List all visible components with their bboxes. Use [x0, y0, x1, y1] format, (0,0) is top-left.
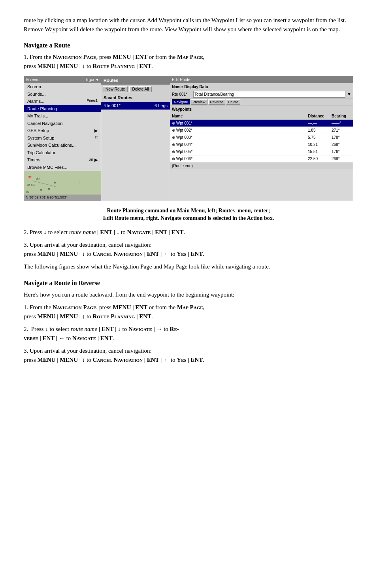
menu-item-trip-calc[interactable]: Trip Calculator...: [24, 149, 101, 157]
step1-route-planning: Route Planning: [93, 63, 135, 69]
rev-step1-nav-page: Navigation Page: [53, 304, 96, 310]
reverse-button[interactable]: Reverse: [208, 99, 226, 105]
menu-item-alarms[interactable]: Alarms...Pines1: [24, 98, 101, 105]
rte-row: Rte 001* Total Distance/Bearing ▼: [170, 91, 353, 98]
step3-block: 3. Upon arrival at your destination, can…: [24, 240, 353, 258]
dropdown-arrow: ▼: [347, 91, 351, 98]
rev-step1-menu-menu: MENU | MENU | ↓: [38, 313, 85, 320]
menu-item-cancel-nav[interactable]: Cancel Navigation: [24, 120, 101, 127]
menu-item-screen[interactable]: Screen...: [24, 83, 101, 91]
wpt-006-name: ⊕ Wpt 006*: [172, 156, 308, 162]
rev-step3-cancel: Cancel Navigation: [93, 357, 143, 363]
coords-bar: N 36°09.731' li 95°51.503': [24, 195, 101, 201]
wpt-004-bear: 268°: [332, 142, 351, 147]
route-legs: 6 Legs: [155, 102, 168, 109]
step3-yes: Yes: [177, 251, 186, 257]
svg-rect-0: [24, 171, 101, 195]
menu-item-my-trails[interactable]: My Trails...: [24, 112, 101, 120]
edit-route-panel: Edit Route Name Display Data Rte 001* To…: [170, 76, 353, 201]
main-menu-list: Screen... Sounds... Alarms...Pines1 Rout…: [24, 83, 101, 171]
svg-text:db: db: [36, 177, 40, 180]
navigate-button[interactable]: Navigate: [172, 99, 190, 105]
waypoints-header: Name Distance Bearing: [170, 113, 353, 120]
wpt-006-bear: 268°: [332, 156, 351, 162]
wpt-row-004[interactable]: ⊕ Wpt 004* 10.21 268°: [170, 141, 353, 148]
step1-map-page: Map Page: [177, 54, 203, 60]
wpt-005-name: ⊕ Wpt 005*: [172, 149, 308, 155]
wpt-001-dist: —.—: [308, 120, 332, 126]
svg-text:⊕: ⊕: [40, 188, 42, 191]
wpt-row-002[interactable]: ⊕ Wpt 002* 1.85 271°: [170, 127, 353, 134]
step2-ent: ENT: [100, 229, 112, 235]
step1-text: 1. From the Navigation Page, press MENU …: [24, 54, 204, 69]
step1-menu-menu: MENU | MENU | ↓: [38, 63, 85, 69]
wpt-003-bear: 178°: [332, 134, 351, 140]
map-svg: 🚩 db 34⊂St ⊕ ⊕ ⊕ db .: [24, 171, 101, 195]
delete-button[interactable]: Delete: [226, 99, 240, 105]
wpt-002-dist: 1.85: [308, 127, 332, 133]
step3-ent-left: | ENT | ←: [144, 251, 169, 257]
preview-button[interactable]: Preview: [191, 99, 207, 105]
menu-item-gps-setup[interactable]: GPS Setup▶: [24, 127, 101, 134]
step2-pipe2: |: [114, 229, 115, 235]
rev-step2-block: 2. Press ↓ to select route name | ENT | …: [24, 325, 353, 342]
rev-step1-route-planning: Route Planning: [93, 313, 135, 320]
step2-block: 2. Press ↓ to select route name | ENT | …: [24, 228, 353, 237]
routes-buttons: New Route Delete All: [101, 85, 170, 94]
menu-item-browse-mmc[interactable]: Browse MMC Files...: [24, 164, 101, 171]
wpt-002-bear: 271°: [332, 127, 351, 133]
main-menu-title: Screen... Trgcr ▼: [24, 76, 101, 83]
step1-block: 1. From the Navigation Page, press MENU …: [24, 53, 353, 70]
wpt-005-bear: 176°: [332, 149, 351, 155]
step1-menu-ent: MENU | ENT: [113, 54, 147, 60]
total-distance-dropdown[interactable]: Total Distance/Bearing: [193, 91, 345, 98]
wpt-004-name: ⊕ Wpt 004*: [172, 142, 308, 147]
menu-item-system-setup[interactable]: System Setupst: [24, 134, 101, 142]
wpt-row-003[interactable]: ⊕ Wpt 003* 5.75 178°: [170, 134, 353, 141]
wpt-row-005[interactable]: ⊕ Wpt 005* 15.51 176°: [170, 148, 353, 155]
rev-step1-map-page: Map Page: [177, 304, 203, 310]
svg-text:.: .: [79, 180, 80, 183]
reverse-intro: Here's how you run a route backward, fro…: [24, 290, 353, 299]
main-menu-panel: Screen... Trgcr ▼ Screen... Sounds... Al…: [24, 76, 101, 201]
routes-panel-title: Routes: [101, 76, 170, 85]
rev-step1-menu-ent: MENU | ENT: [113, 304, 147, 310]
rev-step3-ent-left: | ENT | ←: [144, 357, 169, 363]
rev-step1-block: 1. From the Navigation Page, press MENU …: [24, 303, 353, 321]
rev-step1-text: 1. From the Navigation Page, press MENU …: [24, 304, 204, 320]
wpt-row-001[interactable]: ⊕ Wpt 001* —.— ——°: [170, 120, 353, 127]
col-dist-header: Distance: [308, 113, 332, 119]
wpt-004-dist: 10.21: [308, 142, 332, 147]
menu-item-timers[interactable]: Timers2ti▶: [24, 156, 101, 164]
wpt-002-name: ⊕ Wpt 002*: [172, 127, 308, 133]
edit-route-header: Edit Route: [170, 76, 353, 83]
screenshot-panel: Screen... Trgcr ▼ Screen... Sounds... Al…: [24, 76, 353, 201]
new-route-button[interactable]: New Route: [103, 86, 128, 92]
step2-route-name: route name: [69, 229, 96, 235]
menu-item-sounds[interactable]: Sounds...: [24, 91, 101, 98]
waypoints-label: Waypoints: [170, 106, 353, 113]
rev-step3-ent2: | ENT: [188, 357, 203, 363]
rev-step3-block: 3. Upon arrival at your destination, can…: [24, 346, 353, 364]
step2-ent2: | ENT | ENT: [152, 229, 183, 235]
menu-item-route-planning[interactable]: Route Planning...: [24, 105, 101, 113]
edit-route-name-row: Name Display Data: [170, 83, 353, 91]
step3-cancel: Cancel Navigation: [93, 251, 143, 257]
route-item-001[interactable]: Rte 001* 6 Legs: [101, 102, 170, 110]
rev-step1-ent: | ENT: [136, 313, 151, 320]
svg-text:🚩: 🚩: [28, 176, 32, 180]
delete-all-button[interactable]: Delete All: [129, 86, 151, 92]
rev-step3-yes: Yes: [177, 357, 186, 363]
col-name-header: Name: [172, 113, 308, 119]
wpt-row-006[interactable]: ⊕ Wpt 006* 22.50 268°: [170, 155, 353, 163]
step3-ent2: | ENT: [188, 251, 203, 257]
menu-item-sun-moon[interactable]: Sun/Moon Calculations...: [24, 142, 101, 149]
rev-step2-route-name: route name: [71, 326, 97, 332]
wpt-003-dist: 5.75: [308, 134, 332, 140]
step1-nav-page: Navigation Page: [53, 54, 96, 60]
wpt-006-dist: 22.50: [308, 156, 332, 162]
step2-navigate: Navigate: [127, 229, 151, 235]
route-end: (Route end): [170, 163, 353, 169]
map-area: 🚩 db 34⊂St ⊕ ⊕ ⊕ db .: [24, 171, 101, 195]
display-data-label: Display Data: [184, 84, 351, 90]
